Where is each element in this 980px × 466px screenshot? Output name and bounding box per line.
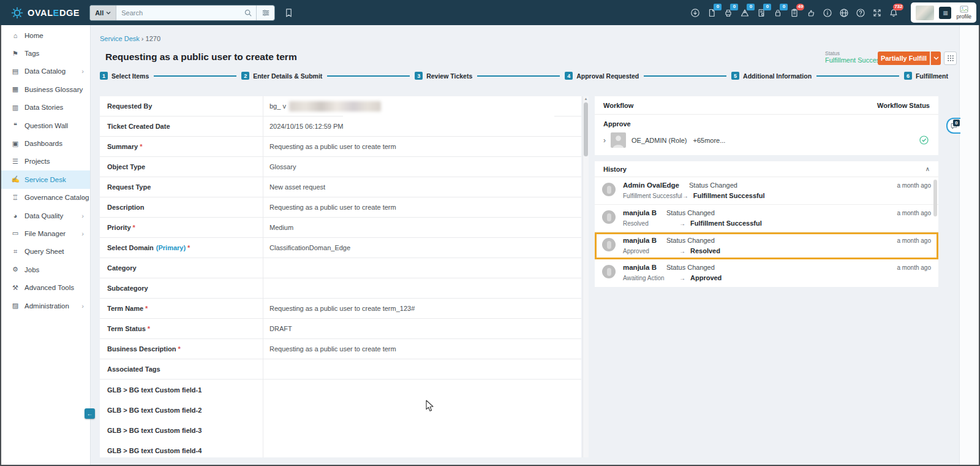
chevron-right-icon: › xyxy=(81,230,84,237)
ovaledge-logo-icon xyxy=(11,7,23,19)
scroll-up-arrow[interactable]: ▲ xyxy=(583,97,589,101)
field-label: Business Description xyxy=(107,345,176,353)
sidebar-item-service-desk[interactable]: ✍Service Desk xyxy=(1,170,90,188)
lock-icon[interactable]: 0 xyxy=(772,7,783,18)
sidebar-item-business-glossary[interactable]: ▦Business Glossary xyxy=(1,80,90,98)
scrollbar-thumb[interactable] xyxy=(584,102,588,156)
status-to: Fulfillment Successful xyxy=(693,192,765,199)
comments-count-badge: 0 xyxy=(953,120,960,126)
collapse-chevron-icon[interactable]: ∧ xyxy=(925,166,930,172)
info-circle-icon[interactable] xyxy=(822,7,833,18)
download-circle-icon[interactable] xyxy=(690,7,701,18)
step-number: 2 xyxy=(241,72,249,80)
step-label: Additional Information xyxy=(743,72,812,80)
status-to: Fulfillment Successful xyxy=(690,220,762,227)
admin-icon: ▨ xyxy=(11,302,20,310)
chevron-down-icon xyxy=(106,11,111,15)
form-row-summary: Summary* Requesting as a public user to … xyxy=(100,137,581,157)
arrow-icon: → xyxy=(679,248,685,254)
form-row-term-name: Term Name* Requesting as a public user t… xyxy=(100,299,581,319)
person-silhouette-icon xyxy=(611,132,626,148)
form-scrollbar[interactable]: ▲ xyxy=(582,96,589,457)
sidebar-collapse-button[interactable]: ← xyxy=(85,408,95,419)
alert-triangle-icon[interactable]: 0 xyxy=(739,7,750,18)
theme-thumbnail[interactable]: ▦ xyxy=(939,7,951,19)
sidebar-item-governance-catalog[interactable]: ♖Governance Catalog› xyxy=(1,189,90,207)
grid-menu-button[interactable] xyxy=(944,52,957,65)
field-value xyxy=(263,380,581,400)
search-input[interactable] xyxy=(116,9,244,17)
broken-image-icon xyxy=(960,6,968,13)
status-from: Resolved xyxy=(623,220,679,227)
workflow-header: Workflow Workflow Status xyxy=(595,96,938,115)
sidebar-item-advanced-tools[interactable]: ⚒Advanced Tools xyxy=(1,278,90,296)
sidebar-item-question-wall[interactable]: ❝Question Wall xyxy=(1,116,90,134)
field-value: Medium xyxy=(263,218,581,237)
fullscreen-icon[interactable] xyxy=(872,7,883,18)
bookmark-icon[interactable] xyxy=(285,8,293,18)
required-asterisk: * xyxy=(140,143,142,150)
history-time: a month ago xyxy=(897,237,931,244)
count-badge: 0 xyxy=(763,4,771,10)
partially-fulfill-button[interactable]: Partially Fulfill xyxy=(878,52,930,65)
sidebar-item-file-manager[interactable]: ▭File Manager› xyxy=(1,224,90,242)
search-icon[interactable] xyxy=(244,9,252,17)
sidebar-item-projects[interactable]: ☰Projects xyxy=(1,153,90,170)
avatar xyxy=(611,132,626,148)
sidebar-item-query-sheet[interactable]: ⌗Query Sheet xyxy=(1,243,90,261)
history-entry: manjula BStatus Changeda month ago Await… xyxy=(595,259,938,287)
sidebar-item-administration[interactable]: ▨Administration› xyxy=(1,297,90,315)
status-from: Awaiting Action xyxy=(623,275,679,281)
sidebar-item-home[interactable]: ⌂Home xyxy=(1,26,90,44)
tag-icon: ⚑ xyxy=(11,50,20,58)
field-label: Subcategory xyxy=(107,285,148,292)
clipboard-icon[interactable]: 49 xyxy=(789,7,800,18)
bell-icon[interactable]: 732 xyxy=(888,7,899,18)
profile-label: profile xyxy=(956,13,971,20)
help-circle-icon[interactable] xyxy=(855,7,866,18)
history-user: manjula B xyxy=(623,237,657,244)
step-connector xyxy=(477,75,560,77)
top-navigation-bar: OVALEDGE All xyxy=(0,0,980,25)
chevron-right-icon: › xyxy=(81,194,84,201)
arrow-icon: → xyxy=(679,275,685,281)
form-row-object-type: Object Type Glossary xyxy=(100,157,581,177)
breadcrumb-service-desk-link[interactable]: Service Desk xyxy=(100,35,140,42)
search-scope-dropdown[interactable]: All xyxy=(90,6,116,20)
workflow-assignee-row: › OE_ADMIN (Role) +65more... xyxy=(603,132,930,148)
sidebar-item-data-catalog[interactable]: ▤Data Catalog› xyxy=(1,63,90,80)
action-dropdown-button[interactable] xyxy=(930,52,941,65)
search-filter-button[interactable] xyxy=(256,6,274,20)
sidebar-item-dashboards[interactable]: ▣Dashboards xyxy=(1,134,90,152)
field-value xyxy=(263,400,581,420)
profile-menu[interactable]: profile xyxy=(956,6,971,20)
sidebar-item-data-quality[interactable]: ◕Data Quality› xyxy=(1,207,90,224)
workflow-title: Workflow xyxy=(603,102,633,109)
form-row-requested-by: Requested By bg_ v xyxy=(100,96,581,116)
avatar xyxy=(602,265,616,278)
field-label: GLB > BG text Custom field-3 xyxy=(107,427,202,434)
sidebar-item-jobs[interactable]: ⚙Jobs xyxy=(1,261,90,278)
more-assignees-link[interactable]: +65more... xyxy=(693,137,725,144)
workspace-thumbnail[interactable] xyxy=(916,6,934,20)
sidebar-item-tags[interactable]: ⚑Tags xyxy=(1,44,90,62)
file-icon[interactable]: 0 xyxy=(706,7,717,18)
thumbs-up-icon[interactable] xyxy=(805,7,816,18)
printer-icon[interactable]: 0 xyxy=(723,7,734,18)
global-search: All xyxy=(89,5,275,21)
step-connector xyxy=(644,75,726,77)
comments-tab[interactable]: 0 xyxy=(946,118,960,134)
expand-chevron-icon[interactable]: › xyxy=(603,136,606,145)
field-label: Request Type xyxy=(107,183,151,191)
tools-icon: ⚒ xyxy=(11,284,20,292)
history-scrollbar-thumb[interactable] xyxy=(933,180,937,216)
field-value: 2024/10/15 06:12:59 PM xyxy=(263,116,581,136)
step-label: Select Items xyxy=(111,72,149,80)
document-icon[interactable]: 0 xyxy=(756,7,767,18)
sidebar-item-data-stories[interactable]: ▥Data Stories xyxy=(1,99,90,116)
ovaledge-logo[interactable]: OVALEDGE xyxy=(11,7,80,19)
chevron-right-icon: › xyxy=(81,302,84,310)
globe-icon[interactable] xyxy=(839,7,850,18)
field-value: New asset request xyxy=(263,177,581,197)
chevron-right-icon: › xyxy=(81,212,84,220)
